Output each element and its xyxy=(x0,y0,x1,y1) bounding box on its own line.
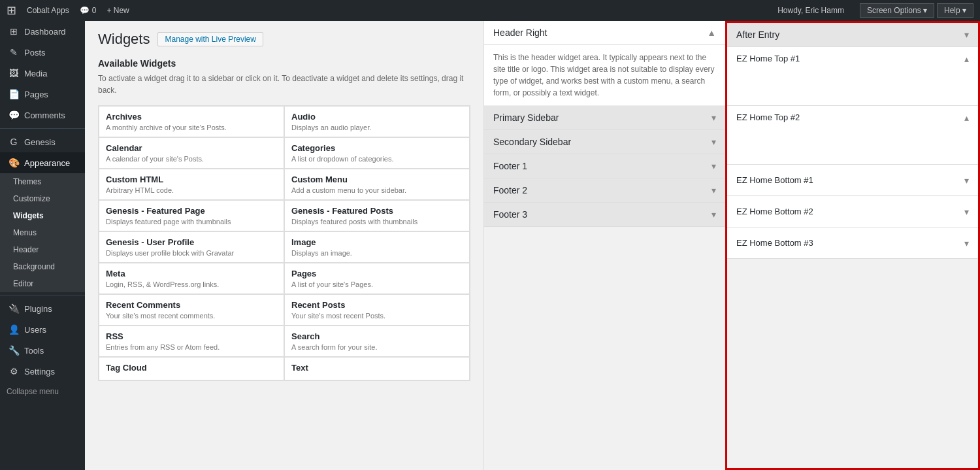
sidebar-item-header[interactable]: Header xyxy=(0,241,85,258)
ez-item-bottom-3-title: EZ Home Bottom #3 xyxy=(736,238,813,248)
collapse-menu-btn[interactable]: Collapse menu xyxy=(0,382,85,401)
sidebar-item-widgets[interactable]: Widgets xyxy=(0,207,85,224)
primary-sidebar-title: Primary Sidebar xyxy=(493,112,559,123)
widget-search-desc: A search form for your site. xyxy=(291,343,463,351)
ez-item-top-2-toggle-icon: ▴ xyxy=(964,112,969,123)
available-widgets-desc: To activate a widget drag it to a sideba… xyxy=(98,73,470,96)
widget-archives-name: Archives xyxy=(106,112,277,122)
widget-calendar[interactable]: Calendar A calendar of your site's Posts… xyxy=(99,137,284,169)
widget-custom-html-name: Custom HTML xyxy=(106,175,277,184)
widget-meta-name: Meta xyxy=(106,269,277,278)
ez-item-bottom-1[interactable]: EZ Home Bottom #1 ▾ xyxy=(727,165,978,196)
widget-genesis-featured-page-desc: Displays featured page with thumbnails xyxy=(106,218,277,226)
widget-meta[interactable]: Meta Login, RSS, & WordPress.org links. xyxy=(99,263,284,294)
ez-item-top-2-title: EZ Home Top #2 xyxy=(736,112,800,122)
widget-archives[interactable]: Archives A monthly archive of your site'… xyxy=(99,106,284,137)
sidebar-item-tools[interactable]: 🔧 Tools xyxy=(0,340,85,361)
page-title-row: Widgets Manage with Live Preview xyxy=(98,31,470,48)
widget-rss[interactable]: RSS Entries from any RSS or Atom feed. xyxy=(99,326,284,357)
sidebar-item-plugins[interactable]: 🔌 Plugins xyxy=(0,298,85,319)
sidebar-item-customize[interactable]: Customize xyxy=(0,190,85,207)
help-btn[interactable]: Help ▾ xyxy=(937,3,973,18)
sidebar-label-posts: Posts xyxy=(24,48,46,58)
tools-icon: 🔧 xyxy=(8,345,19,356)
widget-recent-comments[interactable]: Recent Comments Your site's most recent … xyxy=(99,294,284,326)
sidebar-item-genesis[interactable]: G Genesis xyxy=(0,131,85,152)
new-item-btn[interactable]: + New xyxy=(106,6,129,15)
ez-item-top-1[interactable]: EZ Home Top #1 ▴ xyxy=(727,47,978,106)
widget-area-header-right[interactable]: Header Right ▲ xyxy=(484,21,725,45)
widget-area-footer-2[interactable]: Footer 2 ▾ xyxy=(484,178,725,203)
ez-item-top-2[interactable]: EZ Home Top #2 ▴ xyxy=(727,106,978,165)
widget-genesis-featured-posts-desc: Displays featured posts with thumbnails xyxy=(291,218,463,226)
widget-search[interactable]: Search A search form for your site. xyxy=(284,326,470,357)
widget-area-secondary-sidebar[interactable]: Secondary Sidebar ▾ xyxy=(484,130,725,154)
widget-tag-cloud[interactable]: Tag Cloud xyxy=(99,357,284,380)
sidebar-item-posts[interactable]: ✎ Posts xyxy=(0,42,85,63)
widget-text[interactable]: Text xyxy=(284,357,470,380)
sidebar-item-settings[interactable]: ⚙ Settings xyxy=(0,361,85,382)
widget-area-footer-1[interactable]: Footer 1 ▾ xyxy=(484,154,725,178)
widget-area-primary-sidebar[interactable]: Primary Sidebar ▾ xyxy=(484,106,725,130)
sidebar-label-appearance: Appearance xyxy=(24,158,70,168)
comments-icon: 💬 xyxy=(8,110,19,120)
widget-audio-desc: Displays an audio player. xyxy=(291,124,463,131)
widget-area-footer-3[interactable]: Footer 3 ▾ xyxy=(484,203,725,227)
sidebar-divider-2 xyxy=(0,295,85,295)
appearance-icon: 🎨 xyxy=(8,158,19,168)
sidebar-item-comments[interactable]: 💬 Comments xyxy=(0,105,85,126)
sidebar-item-dashboard[interactable]: ⊞ Dashboard xyxy=(0,21,85,42)
ez-item-bottom-2-title: EZ Home Bottom #2 xyxy=(736,207,813,216)
sidebar-item-users[interactable]: 👤 Users xyxy=(0,319,85,340)
widget-recent-posts[interactable]: Recent Posts Your site's most recent Pos… xyxy=(284,294,470,326)
widget-genesis-featured-posts-name: Genesis - Featured Posts xyxy=(291,206,463,216)
widget-recent-comments-name: Recent Comments xyxy=(106,300,277,310)
settings-icon: ⚙ xyxy=(8,366,19,377)
widget-recent-posts-name: Recent Posts xyxy=(291,300,463,310)
widget-rss-desc: Entries from any RSS or Atom feed. xyxy=(106,343,277,351)
pages-icon: 📄 xyxy=(8,89,19,99)
header-right-title: Header Right xyxy=(493,27,547,38)
sidebar-label-comments: Comments xyxy=(24,110,65,120)
comments-count[interactable]: 💬 0 xyxy=(80,6,97,15)
sidebar-item-background[interactable]: Background xyxy=(0,258,85,275)
ez-item-bottom-1-title: EZ Home Bottom #1 xyxy=(736,175,813,185)
widget-image[interactable]: Image Displays an image. xyxy=(284,231,470,263)
ez-panel-header[interactable]: After Entry ▾ xyxy=(727,23,978,47)
ez-item-bottom-2-toggle-icon: ▾ xyxy=(964,207,969,217)
widget-custom-menu[interactable]: Custom Menu Add a custom menu to your si… xyxy=(284,169,470,200)
widget-image-name: Image xyxy=(291,237,463,247)
widget-categories-desc: A list or dropdown of categories. xyxy=(291,155,463,163)
widget-archives-desc: A monthly archive of your site's Posts. xyxy=(106,124,277,131)
sidebar-item-appearance[interactable]: 🎨 Appearance xyxy=(0,152,85,173)
site-name[interactable]: Cobalt Apps xyxy=(27,6,69,15)
sidebar-item-media[interactable]: 🖼 Media xyxy=(0,63,85,84)
footer-3-title: Footer 3 xyxy=(493,209,527,220)
appearance-submenu: Themes Customize Widgets Menus Header Ba… xyxy=(0,173,85,292)
sidebar-item-menus[interactable]: Menus xyxy=(0,224,85,241)
sidebar-label-users: Users xyxy=(24,325,46,335)
ez-item-bottom-3[interactable]: EZ Home Bottom #3 ▾ xyxy=(727,227,978,259)
widget-pages-name: Pages xyxy=(291,269,463,278)
widget-categories[interactable]: Categories A list or dropdown of categor… xyxy=(284,137,470,169)
footer-1-toggle-icon: ▾ xyxy=(711,161,716,171)
widget-pages[interactable]: Pages A list of your site's Pages. xyxy=(284,263,470,294)
sidebar-item-themes[interactable]: Themes xyxy=(0,173,85,190)
posts-icon: ✎ xyxy=(8,47,19,58)
ez-item-bottom-2[interactable]: EZ Home Bottom #2 ▾ xyxy=(727,196,978,227)
screen-options-btn[interactable]: Screen Options ▾ xyxy=(860,3,934,18)
widget-genesis-featured-posts[interactable]: Genesis - Featured Posts Displays featur… xyxy=(284,200,470,231)
ez-item-bottom-1-toggle-icon: ▾ xyxy=(964,175,969,186)
secondary-sidebar-toggle-icon: ▾ xyxy=(711,137,716,147)
sidebar-label-media: Media xyxy=(24,69,47,78)
widget-custom-html-desc: Arbitrary HTML code. xyxy=(106,186,277,194)
ez-item-top-1-title: EZ Home Top #1 xyxy=(736,54,800,63)
live-preview-btn[interactable]: Manage with Live Preview xyxy=(157,32,263,46)
widget-audio[interactable]: Audio Displays an audio player. xyxy=(284,106,470,137)
widget-genesis-featured-page[interactable]: Genesis - Featured Page Displays feature… xyxy=(99,200,284,231)
widget-custom-html[interactable]: Custom HTML Arbitrary HTML code. xyxy=(99,169,284,200)
sidebar-item-pages[interactable]: 📄 Pages xyxy=(0,84,85,105)
footer-2-title: Footer 2 xyxy=(493,185,527,195)
sidebar-item-editor[interactable]: Editor xyxy=(0,275,85,292)
widget-genesis-user-profile[interactable]: Genesis - User Profile Displays user pro… xyxy=(99,231,284,263)
